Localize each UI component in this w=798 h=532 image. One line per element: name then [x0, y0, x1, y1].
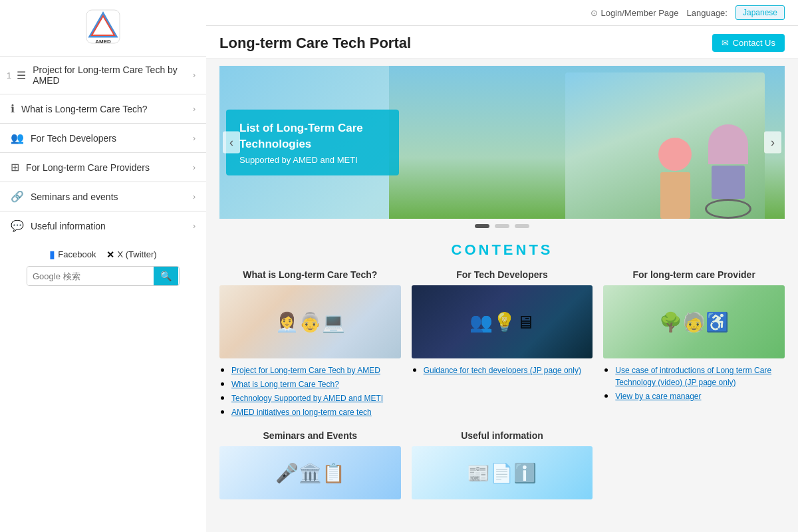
list-item: AMED initiatives on long-term care tech [231, 406, 401, 418]
hero-dot-1[interactable] [475, 224, 489, 228]
sidebar: AMED 1 ☰ Project for Long-term Care Tech… [0, 0, 206, 532]
card-care-prov-title: For long-term care Provider [603, 269, 785, 280]
card-tech-links: Guidance for tech developers (JP page on… [412, 364, 593, 376]
amed-logo: AMED [83, 7, 123, 49]
sidebar-item-label: Seminars and events [31, 192, 193, 202]
contents-grid-bottom: Seminars and Events Useful information [219, 430, 785, 503]
chat-icon: 💬 [11, 219, 24, 232]
care-image-inner [603, 285, 785, 358]
caregiver-figure [658, 138, 692, 219]
sidebar-item-label: What is Long-term Care Tech? [21, 104, 193, 114]
chevron-right-icon: › [193, 221, 196, 231]
facebook-link[interactable]: ▮ Facebook [49, 248, 96, 261]
grid-spacer [603, 430, 785, 503]
hero-slider: List of Long-Term Care Technologies Supp… [219, 66, 785, 219]
hero-dot-3[interactable] [515, 224, 529, 228]
list-item: What is Long term Care Tech? [231, 378, 401, 390]
card-tech-image [412, 285, 593, 358]
search-input[interactable] [27, 267, 154, 285]
card-useful: Useful information [412, 430, 593, 503]
hero-prev-button[interactable]: ‹ [223, 132, 240, 154]
search-button[interactable]: 🔍 [154, 267, 178, 285]
sidebar-item-care-providers[interactable]: ⊞ For Long-term Care Providers › [0, 152, 206, 182]
care-link-1[interactable]: Use case of introductions of Long term C… [615, 366, 771, 387]
login-link[interactable]: Login/Member Page [591, 8, 678, 18]
main-header: Long-term Care Tech Portal Contact Us [206, 26, 798, 59]
sidebar-item-label: Project for Long-term Care Tech by AMED [33, 65, 193, 86]
item-number: 1 [7, 70, 11, 80]
card-tech-dev-title: For Tech Developers [412, 269, 593, 280]
chevron-right-icon: › [193, 134, 196, 143]
sidebar-item-what[interactable]: ℹ What is Long-term Care Tech? › [0, 94, 206, 123]
chevron-right-icon: › [193, 163, 196, 172]
language-label: Language: [687, 8, 728, 18]
what-link-1[interactable]: Project for Long-term Care Tech by AMED [231, 366, 380, 375]
svg-text:AMED: AMED [95, 39, 111, 45]
hero-image: List of Long-Term Care Technologies Supp… [219, 66, 785, 219]
info-icon: ℹ [11, 102, 15, 115]
card-care-image [603, 285, 785, 358]
card-useful-image [412, 446, 593, 499]
card-what: What is Long-term Care Tech? Project for… [219, 269, 401, 420]
main-content: Login/Member Page Language: Japanese Lon… [206, 0, 798, 532]
login-label: Login/Member Page [600, 8, 678, 18]
what-link-3[interactable]: Technology Supported by AMED and METI [231, 394, 383, 403]
card-seminars: Seminars and Events [219, 430, 401, 503]
card-what-image [219, 285, 401, 358]
sidebar-item-project[interactable]: 1 ☰ Project for Long-term Care Tech by A… [0, 56, 206, 94]
hero-section: List of Long-Term Care Technologies Supp… [206, 59, 798, 231]
social-links: ▮ Facebook ✕ X (Twitter) [49, 248, 156, 261]
list-item: View by a care manager [615, 390, 785, 402]
sidebar-item-useful[interactable]: 💬 Useful information › [0, 211, 206, 240]
chevron-right-icon: › [193, 70, 196, 80]
card-seminars-title: Seminars and Events [219, 430, 401, 441]
what-link-2[interactable]: What is Long term Care Tech? [231, 380, 339, 389]
grid-icon: ⊞ [11, 161, 19, 174]
tech-image-inner [412, 285, 593, 358]
hero-subtitle: Supported by AMED and METI [239, 154, 386, 164]
hero-overlay: List of Long-Term Care Technologies Supp… [226, 110, 399, 176]
card-what-links: Project for Long-term Care Tech by AMED … [219, 364, 401, 418]
facebook-icon: ▮ [49, 248, 55, 261]
search-bar: 🔍 [27, 266, 180, 286]
tech-link-1[interactable]: Guidance for tech developers (JP page on… [424, 366, 581, 375]
list-item: Guidance for tech developers (JP page on… [424, 364, 593, 376]
care-link-2[interactable]: View by a care manager [615, 392, 701, 401]
list-item: Project for Long-term Care Tech by AMED [231, 364, 401, 376]
card-care-links: Use case of introductions of Long term C… [603, 364, 785, 402]
twitter-link[interactable]: ✕ X (Twitter) [106, 249, 156, 260]
sidebar-item-label: Useful information [31, 221, 193, 231]
page-title: Long-term Care Tech Portal [219, 35, 411, 52]
list-item: Technology Supported by AMED and METI [231, 392, 401, 404]
card-seminars-image [219, 446, 401, 499]
wheelchair-figure [705, 124, 751, 219]
useful-image-inner [412, 446, 593, 499]
card-what-title: What is Long-term Care Tech? [219, 269, 401, 280]
sidebar-item-label: For Tech Developers [31, 133, 193, 144]
card-useful-title: Useful information [412, 430, 593, 441]
facebook-label: Facebook [58, 249, 96, 259]
card-care-prov: For long-term care Provider Use case of … [603, 269, 785, 420]
what-link-4[interactable]: AMED initiatives on long-term care tech [231, 408, 372, 417]
japanese-button[interactable]: Japanese [735, 5, 785, 20]
list-icon: ☰ [17, 69, 26, 82]
scene-bg [565, 72, 765, 219]
hero-dots [219, 219, 785, 231]
sidebar-item-label: For Long-term Care Providers [26, 162, 193, 173]
sidebar-item-tech-dev[interactable]: 👥 For Tech Developers › [0, 123, 206, 152]
hero-dot-2[interactable] [495, 224, 509, 228]
list-item: Use case of introductions of Long term C… [615, 364, 785, 388]
twitter-label: X (Twitter) [117, 249, 156, 259]
hero-next-button[interactable]: › [764, 132, 781, 154]
what-image-inner [219, 285, 401, 358]
sidebar-item-seminars[interactable]: 🔗 Seminars and events › [0, 182, 206, 211]
chevron-right-icon: › [193, 192, 196, 201]
top-bar: Login/Member Page Language: Japanese [206, 0, 798, 26]
chevron-right-icon: › [193, 104, 196, 114]
hero-title: List of Long-Term Care Technologies [239, 120, 386, 152]
contact-button[interactable]: Contact Us [712, 34, 785, 52]
link-icon: 🔗 [11, 190, 24, 203]
card-tech-dev: For Tech Developers Guidance for tech de… [412, 269, 593, 420]
x-twitter-icon: ✕ [106, 249, 114, 260]
contents-title: CONTENTS [219, 241, 785, 259]
